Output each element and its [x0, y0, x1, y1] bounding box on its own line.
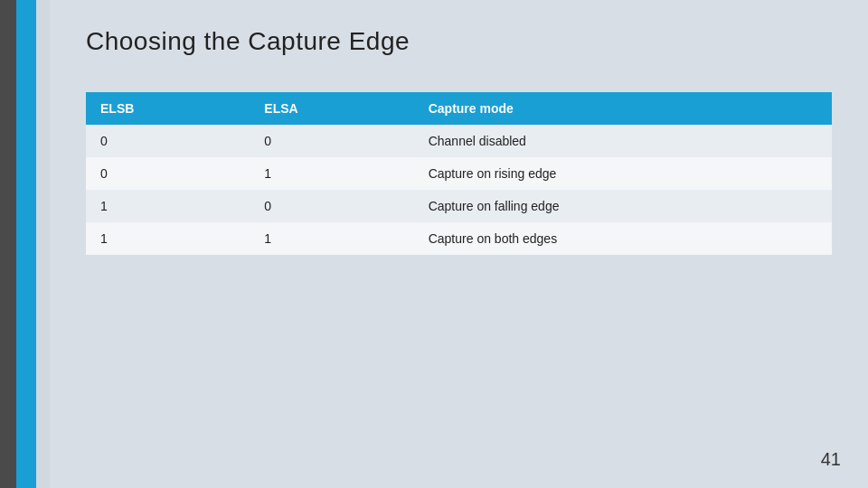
table-row: 00Channel disabled: [86, 125, 832, 157]
col-header-elsb: ELSB: [86, 92, 250, 125]
cell-elsb: 1: [86, 222, 250, 255]
cell-capture-mode: Capture on rising edge: [414, 157, 832, 190]
table-row: 11Capture on both edges: [86, 222, 832, 255]
left-dark-bar: [0, 0, 16, 488]
cell-capture-mode: Channel disabled: [414, 125, 832, 157]
table-header-row: ELSB ELSA Capture mode: [86, 92, 832, 125]
page-number: 41: [821, 449, 841, 470]
page-title: Choosing the Capture Edge: [86, 27, 832, 56]
col-header-elsa: ELSA: [250, 92, 413, 125]
cell-elsa: 0: [250, 190, 413, 222]
cell-elsb: 0: [86, 125, 250, 157]
left-blue-bar: [16, 0, 36, 488]
cell-elsa: 0: [250, 125, 413, 157]
table-row: 01Capture on rising edge: [86, 157, 832, 190]
table-row: 10Capture on falling edge: [86, 190, 832, 222]
main-content: Choosing the Capture Edge ELSB ELSA Capt…: [50, 0, 868, 488]
col-header-capture-mode: Capture mode: [414, 92, 832, 125]
cell-elsb: 1: [86, 190, 250, 222]
cell-elsa: 1: [250, 222, 413, 255]
cell-capture-mode: Capture on falling edge: [414, 190, 832, 222]
cell-elsb: 0: [86, 157, 250, 190]
capture-edge-table: ELSB ELSA Capture mode 00Channel disable…: [86, 92, 832, 255]
cell-capture-mode: Capture on both edges: [414, 222, 832, 255]
cell-elsa: 1: [250, 157, 413, 190]
